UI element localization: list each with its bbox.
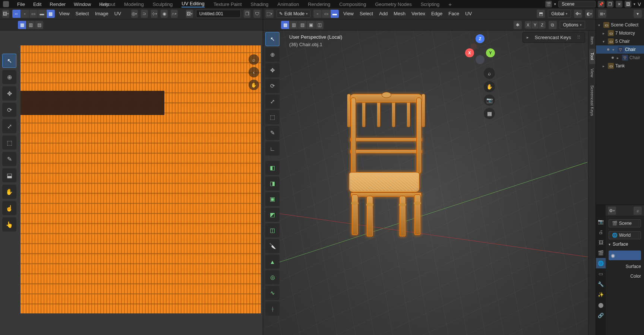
uv-zoom-icon[interactable]: ⌕	[249, 54, 259, 65]
uv-pivot-icon[interactable]: ◎▾	[131, 10, 138, 18]
workspace-tab-compositing[interactable]: Compositing	[339, 1, 366, 7]
workspace-tab-geometry-nodes[interactable]: Geometry Nodes	[375, 1, 411, 7]
outliner-scene-collection[interactable]: ▾ ▭ Scene Collect	[596, 21, 644, 29]
uv-pan-icon[interactable]: ✋	[249, 80, 259, 90]
uv-chevron-icon[interactable]: ‹	[249, 67, 259, 77]
props-tab-output[interactable]: 🖨	[596, 227, 606, 237]
scene-browse-icon[interactable]: 🎬	[545, 1, 552, 7]
viewport-canvas[interactable]	[263, 31, 596, 335]
tool-scale[interactable]: ⤢	[265, 95, 280, 109]
tab-view[interactable]: View	[589, 65, 595, 81]
vp-menu-mesh[interactable]: Mesh	[392, 11, 407, 16]
shade-mode-5-icon[interactable]: ◫	[315, 21, 323, 29]
props-tab-scene[interactable]: 🎬	[596, 248, 606, 258]
copy-scene-icon[interactable]: ❐	[607, 1, 613, 7]
disclosure-icon[interactable]: ▾	[598, 23, 602, 27]
tool-rotate[interactable]: ⟳	[2, 103, 16, 117]
uv-editor-type-icon[interactable]: 🖼▾	[2, 10, 9, 18]
disclosure-icon[interactable]: ▸	[617, 56, 621, 60]
tab-screencast[interactable]: Screencast Keys	[589, 82, 595, 120]
disclosure-icon[interactable]: ▾	[612, 48, 616, 52]
app-logo-icon[interactable]	[3, 1, 9, 7]
tool-inset[interactable]: ▣	[265, 192, 280, 206]
tool-transform[interactable]: ⬚	[265, 110, 280, 124]
search-icon[interactable]: ⌕	[634, 207, 642, 215]
disclosure-icon[interactable]: ▸	[603, 31, 606, 35]
viewlayer-browse-icon[interactable]: 🖼	[625, 1, 631, 7]
workspace-add-button[interactable]: +	[448, 1, 452, 7]
camera-view-icon[interactable]: 📷	[484, 95, 495, 106]
tool-select-box[interactable]: ↖	[265, 32, 280, 46]
workspace-tab-uv-editing[interactable]: UV Editing	[181, 1, 204, 7]
tool-edge-slide[interactable]: ⟊	[265, 302, 280, 316]
shade-mode-4-icon[interactable]: ▣	[307, 21, 315, 29]
props-tab-render[interactable]: 📷	[596, 216, 606, 227]
vp-menu-view[interactable]: View	[342, 11, 355, 16]
drag-handle-icon[interactable]: ⠿	[577, 35, 581, 40]
uv-snap-toggle-icon[interactable]: ⊃	[141, 10, 148, 18]
tool-rotate[interactable]: ⟳	[265, 79, 280, 93]
props-tab-modifiers[interactable]: 🔧	[596, 279, 606, 289]
uv-snap-type-icon[interactable]: ⊹▾	[151, 10, 158, 18]
tool-move[interactable]: ✥	[2, 86, 16, 100]
outliner-object-chair[interactable]: ▾ ▽ Chair	[596, 45, 644, 54]
axis-z-chip[interactable]: Z	[539, 21, 546, 29]
props-tab-world[interactable]: 🌐	[596, 258, 606, 268]
transform-orientation-select[interactable]: Global▾	[548, 10, 571, 18]
menu-window[interactable]: Window	[74, 1, 91, 7]
tool-poly-build[interactable]: ▲	[265, 255, 280, 269]
workspace-tab-layout[interactable]: Layout	[101, 1, 115, 7]
tool-extrude[interactable]: ◨	[265, 176, 280, 191]
breadcrumb-world[interactable]: 🌐 World	[609, 231, 641, 239]
props-tab-physics[interactable]: ⬤	[596, 300, 606, 310]
gizmo-axis-x[interactable]: X	[465, 48, 474, 57]
tool-annotate[interactable]: ✎	[265, 126, 280, 140]
face-select-mode-icon[interactable]: ▬	[331, 10, 339, 18]
props-type-icon[interactable]: ⚙▾	[608, 207, 616, 215]
vp-menu-edge[interactable]: Edge	[430, 11, 444, 16]
image-users-icon[interactable]: ❐	[244, 10, 251, 18]
tool-knife[interactable]: 🔪	[265, 239, 280, 253]
axis-x-chip[interactable]: X	[525, 21, 531, 29]
screencast-keys-panel[interactable]: ▸ Screencast Keys ⠿	[523, 32, 585, 43]
shade-mode-3-icon[interactable]: ▤	[298, 21, 306, 29]
vp-menu-add[interactable]: Add	[378, 11, 389, 16]
tool-annotate[interactable]: ✎	[2, 152, 16, 166]
tab-item[interactable]: Item	[589, 33, 595, 48]
surface-node-socket[interactable]: ◉	[609, 251, 641, 260]
uv-face-select-icon[interactable]: ▬	[38, 10, 46, 18]
menu-file[interactable]: File	[17, 1, 25, 7]
tool-bevel[interactable]: ◩	[265, 208, 280, 222]
gizmo-axis-z[interactable]: Z	[476, 34, 484, 43]
tool-add-cube[interactable]: ◧	[265, 161, 280, 175]
uv-sync-selection-icon[interactable]: ↔	[12, 10, 20, 18]
uv-display-stretch-icon[interactable]: ▦	[18, 21, 26, 29]
workspace-tab-animation[interactable]: Animation	[277, 1, 299, 7]
outliner-collection-tank[interactable]: ▸ ▭ Tank	[596, 62, 644, 70]
toggle-perspective-icon[interactable]: ▦	[484, 108, 495, 119]
vp-menu-uv[interactable]: UV	[464, 11, 473, 16]
vertex-select-mode-icon[interactable]: ▫	[313, 10, 322, 18]
tool-transform[interactable]: ⬚	[2, 135, 16, 150]
gizmo-axis-neg-z[interactable]	[476, 55, 484, 64]
tool-spin[interactable]: ◎	[265, 270, 280, 284]
tool-move[interactable]: ✥	[265, 63, 280, 77]
tool-select-box[interactable]: ↖	[2, 54, 16, 68]
vp-menu-select[interactable]: Select	[358, 11, 375, 16]
tool-measure[interactable]: ∟	[265, 141, 280, 156]
outliner-type-icon[interactable]: ≣▾	[598, 10, 606, 18]
chevron-right-icon[interactable]: ▸	[527, 35, 529, 40]
zoom-icon[interactable]: ⌕	[484, 68, 495, 79]
uv-display-modifier-icon[interactable]: ▥	[26, 21, 35, 29]
gizmo-axis-y[interactable]: Y	[486, 48, 495, 57]
vp-menu-face[interactable]: Face	[447, 11, 461, 16]
editor-type-icon[interactable]: ⬚▾	[265, 10, 274, 18]
outliner-tree[interactable]: ▾ ▭ Scene Collect ▸ ▭ 7 Motorcy ▾ ▭ 5 Ch…	[596, 19, 644, 205]
panel-surface-header[interactable]: ▾ Surface	[609, 239, 641, 249]
tool-rip[interactable]: ⬓	[2, 168, 16, 182]
tool-3d-cursor[interactable]: ⊕	[265, 48, 280, 62]
scene-name-input[interactable]	[558, 1, 596, 7]
pin-scene-icon[interactable]: 📌	[598, 1, 604, 7]
shade-mode-2-icon[interactable]: ▥	[290, 21, 298, 29]
tool-cursor[interactable]: ⊕	[2, 70, 16, 84]
